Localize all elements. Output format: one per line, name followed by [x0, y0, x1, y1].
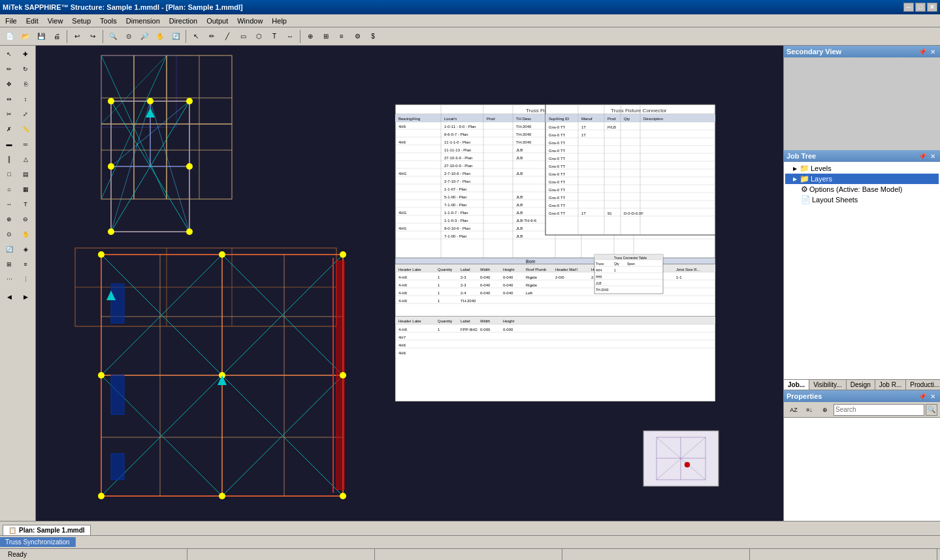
tab-producti[interactable]: Producti... [906, 380, 940, 390]
lt-roof-btn[interactable]: ⌂ [1, 182, 17, 196]
job-tree-pin-button[interactable]: 📌 [918, 151, 927, 161]
properties-close-button[interactable]: ✕ [928, 392, 937, 401]
tab-job-r[interactable]: Job R... [875, 380, 906, 390]
lt-zoom-in-btn[interactable]: ⊕ [1, 212, 17, 226]
properties-search-button[interactable]: 🔍 [926, 404, 937, 416]
lt-extend-btn[interactable]: ⤢ [18, 107, 33, 121]
lt-wall-btn[interactable]: ▬ [1, 137, 17, 151]
secondary-view-pin-button[interactable]: 📌 [918, 47, 927, 56]
svg-text:9-0-10-6 - Plan: 9-0-10-6 - Plan [444, 226, 470, 230]
lt-hatch-btn[interactable]: ▦ [18, 182, 33, 196]
tb-open-button[interactable]: 📂 [18, 29, 33, 44]
tb-zoom-in-button[interactable]: 🔍 [106, 29, 120, 44]
tb-properties-button[interactable]: ⚙ [350, 29, 365, 44]
app-close-button[interactable]: ✕ [927, 3, 937, 12]
svg-text:11-1-1-0 - Plan: 11-1-1-0 - Plan [444, 140, 470, 144]
lt-back-btn[interactable]: ◀ [1, 290, 17, 304]
lt-zoom-out-btn[interactable]: ⊖ [18, 212, 33, 226]
tb-new-button[interactable]: 📄 [3, 29, 17, 44]
lt-orbit-btn[interactable]: 🔄 [1, 242, 17, 257]
props-sort-category-button[interactable]: ≡↓ [802, 403, 817, 417]
menu-direction[interactable]: Direction [165, 16, 201, 25]
lt-dim-btn[interactable]: ↔ [1, 197, 17, 211]
lt-more1-btn[interactable]: ⋯ [1, 272, 17, 287]
tb-grid-button[interactable]: ⊞ [319, 29, 333, 44]
menu-view[interactable]: View [44, 16, 67, 25]
menu-file[interactable]: File [1, 16, 21, 25]
menu-setup[interactable]: Setup [68, 16, 95, 25]
svg-text:Rigide: Rigide [526, 283, 538, 287]
lt-mirror-btn[interactable]: ⇔ [1, 92, 17, 106]
lt-select-btn[interactable]: ↖ [1, 47, 17, 61]
svg-text:TH-2040: TH-2040 [461, 299, 476, 303]
lt-text-btn[interactable]: T [18, 197, 33, 211]
lt-more2-btn[interactable]: ⋮ [18, 272, 33, 287]
menu-tools[interactable]: Tools [96, 16, 121, 25]
lt-stretch-btn[interactable]: ↕ [18, 92, 33, 106]
tb-currency-button[interactable]: $ [366, 29, 380, 44]
tree-item-layout-sheets[interactable]: 📄 Layout Sheets [785, 194, 939, 205]
lt-snap-btn[interactable]: ⊞ [1, 257, 17, 272]
props-sort-alpha-button[interactable]: AZ [786, 403, 801, 417]
lt-floor-btn[interactable]: ▤ [18, 167, 33, 181]
menu-help[interactable]: Help [268, 16, 291, 25]
tab-design[interactable]: Design [847, 380, 875, 390]
props-expand-button[interactable]: ⊕ [818, 403, 832, 417]
svg-text:2-3: 2-3 [461, 283, 466, 287]
tb-select-button[interactable]: ↖ [189, 29, 203, 44]
tree-item-options[interactable]: ⚙ Options (Active: Base Model) [785, 184, 939, 194]
lt-trim-btn[interactable]: ✂ [1, 107, 17, 121]
job-tree-close-button[interactable]: ✕ [928, 151, 937, 161]
lt-measure-btn[interactable]: 📏 [18, 122, 33, 136]
lt-truss-btn[interactable]: △ [18, 152, 33, 166]
tb-draw-button[interactable]: ✏ [204, 29, 219, 44]
menu-dimension[interactable]: Dimension [122, 16, 164, 25]
tb-undo-button[interactable]: ↩ [70, 29, 84, 44]
menu-edit[interactable]: Edit [22, 16, 42, 25]
canvas-area[interactable]: Truss Fixture Connector Bearing/Hng Loca… [36, 46, 783, 521]
status-ready-text: Ready [8, 551, 27, 558]
tb-pan-button[interactable]: ✋ [153, 29, 167, 44]
tb-snap-button[interactable]: ⊕ [303, 29, 317, 44]
lt-forward-btn[interactable]: ▶ [18, 290, 33, 304]
lt-move-btn[interactable]: ✥ [1, 77, 17, 91]
tab-job[interactable]: Job... [784, 380, 809, 390]
lt-opening-btn[interactable]: □ [1, 167, 17, 181]
secondary-view-close-button[interactable]: ✕ [928, 47, 937, 56]
tree-item-layers[interactable]: ▶ 📁 Layers [785, 174, 939, 184]
tb-polygon-button[interactable]: ⬡ [251, 29, 266, 44]
tb-print-button[interactable]: 🖨 [50, 29, 64, 44]
tb-line-button[interactable]: ╱ [220, 29, 235, 44]
tb-zoom-out-button[interactable]: 🔎 [137, 29, 152, 44]
lt-copy-btn[interactable]: ⎘ [18, 77, 33, 91]
tb-text-button[interactable]: T [267, 29, 282, 44]
app-minimize-button[interactable]: ─ [903, 3, 914, 12]
tb-dimension-button[interactable]: ↔ [283, 29, 297, 44]
tb-zoom-fit-button[interactable]: ⊙ [122, 29, 136, 44]
lt-pan-btn[interactable]: ✋ [18, 227, 33, 241]
tb-layer-button[interactable]: ≡ [334, 29, 349, 44]
lt-edit-btn[interactable]: ✏ [1, 62, 17, 76]
menu-output[interactable]: Output [203, 16, 232, 25]
doc-tab-plan[interactable]: 📋 Plan: Sample 1.mmdl [3, 525, 91, 535]
lt-view3d-btn[interactable]: ◈ [18, 242, 33, 257]
tb-redo-button[interactable]: ↪ [86, 29, 100, 44]
tb-save-button[interactable]: 💾 [34, 29, 48, 44]
tb-rotate-button[interactable]: 🔄 [169, 29, 183, 44]
lt-zoom-all-btn[interactable]: ⊙ [1, 227, 17, 241]
tb-rect-button[interactable]: ▭ [236, 29, 250, 44]
menu-window[interactable]: Window [233, 16, 267, 25]
svg-text:0-040: 0-040 [480, 283, 491, 287]
lt-layer-btn[interactable]: ≡ [18, 257, 33, 272]
lt-rotate-btn[interactable]: ↻ [18, 62, 33, 76]
status-tab-truss-sync[interactable]: Truss Synchronization [0, 537, 76, 547]
lt-node-btn[interactable]: ✚ [18, 47, 33, 61]
app-restore-button[interactable]: □ [915, 3, 926, 12]
lt-delete-btn[interactable]: ✗ [1, 122, 17, 136]
lt-column-btn[interactable]: ║ [1, 152, 17, 166]
tab-visibility[interactable]: Visibility... [809, 380, 847, 390]
tree-item-levels[interactable]: ▶ 📁 Levels [785, 163, 939, 174]
properties-pin-button[interactable]: 📌 [918, 392, 927, 401]
properties-search-input[interactable] [834, 404, 924, 416]
lt-beam-btn[interactable]: ═ [18, 137, 33, 151]
